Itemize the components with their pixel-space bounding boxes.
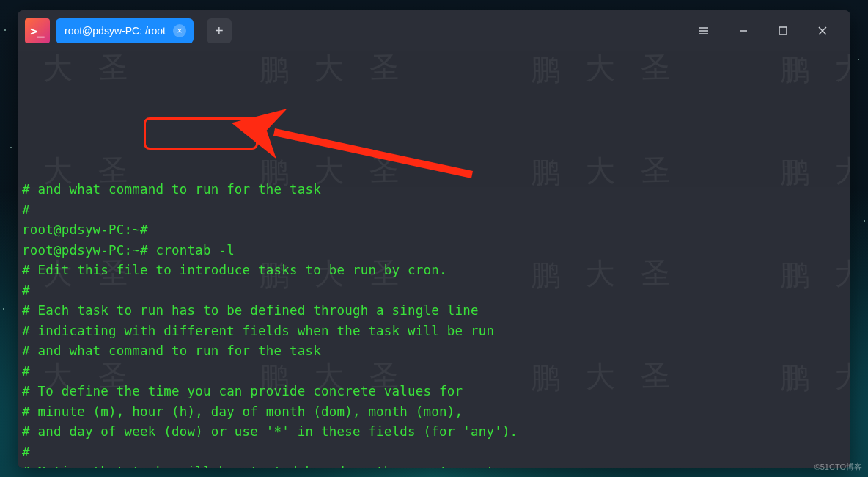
maximize-icon[interactable] xyxy=(767,18,799,43)
terminal-output[interactable]: 鹏 大 圣鹏 大 圣鹏 大 圣鹏 大 圣鹏 大 圣鹏 大 圣鹏 大 圣鹏 大 圣… xyxy=(18,51,850,468)
new-tab-button[interactable]: + xyxy=(207,18,232,43)
terminal-line: # xyxy=(22,443,846,463)
tab-close-icon[interactable]: × xyxy=(173,24,186,37)
terminal-line: # Edit this file to introduce tasks to b… xyxy=(22,261,846,281)
terminal-line: # xyxy=(22,362,846,382)
corner-credit: ©51CTO博客 xyxy=(814,462,862,473)
terminal-line: # Notice that tasks will be started base… xyxy=(22,462,846,468)
minimize-icon[interactable] xyxy=(727,18,760,43)
terminal-app-icon: >_ xyxy=(25,18,50,43)
terminal-line: root@pdsyw-PC:~# xyxy=(22,220,846,241)
terminal-line: # To define the time you can provide con… xyxy=(22,382,846,402)
desktop-wallpaper: >_ root@pdsyw-PC: /root × + xyxy=(0,0,868,477)
svg-rect-4 xyxy=(779,27,787,34)
tab-title: root@pdsyw-PC: /root xyxy=(65,25,166,37)
window-controls xyxy=(688,18,839,43)
terminal-line: # and day of week (dow) or use '*' in th… xyxy=(22,422,846,443)
tab-active[interactable]: root@pdsyw-PC: /root × xyxy=(56,18,194,43)
svg-line-7 xyxy=(274,132,472,175)
terminal-line: root@pdsyw-PC:~# crontab -l xyxy=(22,241,846,261)
terminal-line: # Each task to run has to be defined thr… xyxy=(22,301,846,321)
terminal-line: # and what command to run for the task xyxy=(22,341,846,362)
close-icon[interactable] xyxy=(806,18,839,43)
terminal-line: # and what command to run for the task xyxy=(22,180,846,200)
terminal-line: # minute (m), hour (h), day of month (do… xyxy=(22,402,846,423)
annotation-highlight-box xyxy=(144,117,258,150)
terminal-line: # indicating with different fields when … xyxy=(22,321,846,342)
terminal-line: # xyxy=(22,200,846,221)
terminal-window: >_ root@pdsyw-PC: /root × + xyxy=(18,10,850,468)
titlebar: >_ root@pdsyw-PC: /root × + xyxy=(18,10,850,51)
terminal-line: # xyxy=(22,281,846,302)
hamburger-menu-icon[interactable] xyxy=(688,18,720,43)
